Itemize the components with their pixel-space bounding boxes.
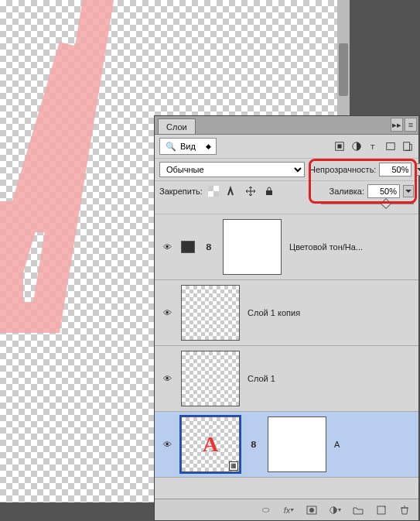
layer-row[interactable]: 👁 A ▦ 𝟴 A <box>155 412 418 478</box>
layer-thumbnail[interactable]: A ▦ <box>181 416 240 472</box>
visibility-toggle[interactable]: 👁 <box>161 308 173 317</box>
layer-name-label[interactable]: Слой 1 копия <box>248 308 300 317</box>
search-icon: 🔍 <box>165 140 177 153</box>
svg-text:T: T <box>370 142 375 151</box>
lock-label: Закрепить: <box>159 187 203 196</box>
panel-footer: ⬭ fx▾ ▾ <box>155 499 418 520</box>
mask-thumbnail[interactable] <box>268 416 326 472</box>
adjustment-icon[interactable]: ▾ <box>329 504 341 516</box>
svg-rect-4 <box>387 143 395 150</box>
fill-input[interactable] <box>367 184 400 198</box>
lock-transparent-icon[interactable] <box>207 185 220 197</box>
filter-pixel-icon[interactable] <box>333 140 346 153</box>
opacity-dropdown[interactable] <box>415 163 420 176</box>
layer-name-label[interactable]: Слой 1 <box>248 374 275 383</box>
layer-name-label[interactable]: Цветовой тон/На... <box>289 242 363 252</box>
mask-icon[interactable] <box>306 504 318 516</box>
link-icon: 𝟴 <box>203 241 215 253</box>
text-glyph: A <box>203 432 218 457</box>
panel-tab-bar: Слои ▸▸ ≡ <box>155 116 418 135</box>
adjustment-icon <box>181 241 195 253</box>
fill-dropdown[interactable] <box>403 185 414 197</box>
layers-panel: Слои ▸▸ ≡ 🔍 Вид ◆ T Обычные Непрозрачнос… <box>154 115 419 521</box>
filter-type-icon[interactable]: T <box>367 140 380 153</box>
layer-thumbnail[interactable] <box>181 285 240 341</box>
group-icon[interactable] <box>352 504 364 516</box>
svg-rect-9 <box>266 190 272 195</box>
fill-label: Заливка: <box>330 187 364 196</box>
filter-adjust-icon[interactable] <box>350 140 363 153</box>
new-layer-icon[interactable] <box>375 504 388 516</box>
link-icon: 𝟴 <box>248 438 260 451</box>
blend-opacity-row: Обычные Непрозрачность: <box>155 159 418 181</box>
svg-rect-1 <box>337 144 341 148</box>
filter-kind-select[interactable]: 🔍 Вид ◆ <box>159 138 217 155</box>
fill-slider[interactable] <box>321 200 414 207</box>
layer-row[interactable]: 👁 Слой 1 <box>155 346 418 412</box>
visibility-toggle[interactable]: 👁 <box>161 440 173 449</box>
visibility-toggle[interactable]: 👁 <box>161 242 173 252</box>
layer-name-label[interactable]: A <box>334 440 340 449</box>
filter-row: 🔍 Вид ◆ T <box>155 135 418 159</box>
lock-all-icon[interactable] <box>263 185 275 197</box>
svg-rect-7 <box>208 186 213 191</box>
svg-point-11 <box>309 508 314 512</box>
svg-rect-13 <box>377 506 385 514</box>
visibility-toggle[interactable]: 👁 <box>161 374 173 383</box>
mask-thumbnail[interactable] <box>223 219 282 275</box>
layer-row[interactable]: 👁 Слой 1 копия <box>155 280 418 346</box>
svg-rect-5 <box>404 142 410 151</box>
layer-list: 👁 𝟴 Цветовой тон/На... 👁 Слой 1 копия 👁 … <box>155 214 418 499</box>
lock-fill-row: Закрепить: Заливка: <box>155 181 418 214</box>
lock-position-icon[interactable] <box>244 185 257 197</box>
smart-badge-icon: ▦ <box>229 461 238 471</box>
fx-icon[interactable]: fx▾ <box>282 504 295 516</box>
layer-thumbnail[interactable] <box>181 351 240 406</box>
layers-tab[interactable]: Слои <box>158 118 196 134</box>
link-layers-icon[interactable]: ⬭ <box>259 504 271 516</box>
panel-menu-icon[interactable]: ≡ <box>405 118 417 132</box>
opacity-label: Непрозрачность: <box>309 165 376 174</box>
opacity-input[interactable] <box>379 163 411 177</box>
blend-mode-select[interactable]: Обычные <box>159 162 305 177</box>
collapse-icon[interactable]: ▸▸ <box>391 118 403 132</box>
lock-pixels-icon[interactable] <box>226 185 238 197</box>
delete-icon[interactable] <box>398 504 411 516</box>
svg-rect-8 <box>213 191 219 197</box>
layer-row[interactable]: 👁 𝟴 Цветовой тон/На... <box>155 214 418 280</box>
filter-smart-icon[interactable] <box>401 140 414 153</box>
filter-kind-label: Вид <box>180 142 196 151</box>
filter-shape-icon[interactable] <box>384 140 397 153</box>
